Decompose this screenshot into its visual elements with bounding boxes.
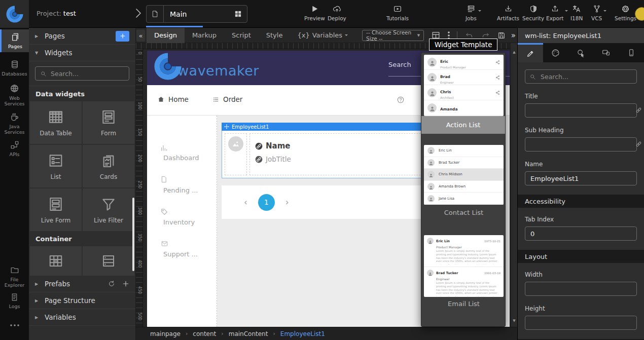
tabindex-input[interactable] [525,226,637,241]
vcs-button[interactable]: VCS [591,5,602,21]
canvas-scrollbar[interactable]: ▲ ▼ [510,43,517,327]
download-icon [504,5,513,13]
preview-button[interactable]: Preview [304,5,325,21]
collapse-panel-button[interactable]: « [136,29,145,42]
side-nav-support[interactable]: Support ... [163,250,198,258]
pages-section-header[interactable]: ▶ Pages [29,28,135,45]
add-prefab-icon[interactable] [122,280,129,287]
side-nav-pending[interactable]: Pending ... [163,186,198,194]
subheading-input[interactable] [525,137,637,152]
page-tab-main[interactable]: Main [146,5,247,23]
bind-property-icon[interactable] [635,140,642,148]
section-accessibility[interactable]: Accessibility [518,195,644,208]
scroll-down-icon[interactable]: ▼ [511,319,518,323]
tab-properties[interactable] [518,43,543,62]
breadcrumb-mainpage[interactable]: mainpage [150,330,181,337]
breadcrumb-employeelist1[interactable]: EmployeeList1 [280,330,325,337]
panel-scrollbar-thumb[interactable] [132,198,134,271]
widget-tile-form[interactable]: Form [83,101,134,144]
page-side-nav: Dashboard Pending ... Inventory Support … [147,116,217,327]
save-button[interactable] [497,31,506,40]
properties-search-input[interactable] [525,69,637,84]
tab-design[interactable]: Design [147,28,185,43]
prefabs-section-header[interactable]: ▶ Prefabs [29,276,135,292]
rail-item-web-services[interactable]: Web Services [0,81,29,110]
page-search-label[interactable]: Search [388,61,411,68]
add-page-button[interactable] [116,31,129,42]
widget-tile-cards[interactable]: Cards [83,145,134,187]
list-image-cell[interactable] [225,133,247,175]
jobtitle-field[interactable]: JobTitle [266,155,291,163]
bind-property-icon[interactable] [635,106,642,114]
help-icon[interactable] [397,96,405,104]
undo-button[interactable] [465,31,474,39]
rail-item-file-explorer[interactable]: File Explorer [0,262,29,291]
chevron-right-icon[interactable] [135,8,142,19]
security-button[interactable]: Security [522,5,544,21]
tab-markup[interactable]: Markup [185,28,224,43]
i18n-button[interactable]: I18N [570,5,583,21]
tutorials-button[interactable]: Tutorials [386,5,409,21]
tab-styles[interactable] [543,43,568,62]
refresh-icon[interactable] [108,280,115,287]
avatar [427,183,435,190]
tab-devices[interactable] [593,43,619,62]
template-contact-list[interactable]: Eric Lin Brad Tucker Chris Mildson Amand… [424,145,504,205]
widget-tile-live-filter[interactable]: Live Filter [83,188,134,231]
template-action-list[interactable]: EricProduct Manager BradEngineer ChrisAr… [424,55,504,116]
template-label-action-list[interactable]: Action List [421,116,505,134]
breadcrumb-content[interactable]: content [193,330,216,337]
tab-mobile[interactable] [619,43,644,62]
width-input[interactable] [525,282,637,296]
tab-script[interactable]: Script [224,28,259,43]
rail-item-java-services[interactable]: Java Services [0,109,29,138]
page-structure-section-header[interactable]: ▶ Page Structure [29,292,135,309]
side-nav-inventory[interactable]: Inventory [163,218,195,226]
breadcrumb-maincontent[interactable]: mainContent [229,330,268,337]
page-brand[interactable]: wavemaker [153,52,259,81]
widget-tile-list[interactable]: List [30,145,82,187]
nav-order[interactable]: Order [212,95,242,103]
tab-style[interactable]: Style [259,28,291,43]
pager-next-icon[interactable]: › [285,197,289,207]
deploy-button[interactable]: Deploy [328,5,346,21]
widgets-section-header[interactable]: ▼ Widgets [29,45,135,61]
tab-variables[interactable]: {x} Variables [290,31,355,39]
widget-tile-panel[interactable] [83,246,134,276]
artifacts-button[interactable]: Artifacts [497,5,519,21]
ellipsis-icon [10,324,20,327]
widget-tile-live-form[interactable]: Live Form [30,188,82,231]
jobs-button[interactable]: Jobs [466,5,477,21]
screen-size-select[interactable]: -- Choose Screen Size -- ▼ [362,30,424,41]
redo-button[interactable] [481,31,490,39]
template-label-contact-list[interactable]: Contact List [421,209,506,216]
scroll-up-icon[interactable]: ▲ [511,50,518,54]
height-input[interactable] [525,316,637,330]
export-button[interactable]: Export [546,5,563,21]
layout-grid-icon[interactable] [234,10,242,18]
tab-events[interactable] [568,43,594,62]
template-email-list[interactable]: Eric Lin 1973-10-21 Product Manager Lore… [424,235,504,297]
template-label-email-list[interactable]: Email List [421,300,506,308]
rail-item-apis[interactable]: APIs [0,137,29,160]
name-input[interactable] [525,171,637,185]
widget-tile-data-table[interactable]: Data Table [30,101,82,144]
title-input[interactable] [525,103,637,118]
variables-section-header[interactable]: ▶ Variables [29,309,135,326]
settings-button[interactable]: Settings [615,5,636,21]
rail-item-pages[interactable]: Pages [0,29,29,52]
pager-prev-icon[interactable]: ‹ [244,197,247,207]
rail-item-databases[interactable]: Databases [0,57,29,80]
pager-page-number[interactable]: 1 [258,194,275,211]
side-nav-dashboard[interactable]: Dashboard [163,154,199,162]
widget-search-input[interactable] [35,66,129,81]
widget-tile-grid-layout[interactable] [30,246,82,276]
expand-panel-button[interactable]: » [511,31,516,40]
rail-item-logs[interactable]: Logs [0,290,29,312]
rail-more-button[interactable] [0,321,29,330]
name-field[interactable]: Name [266,141,290,150]
avatar [427,58,437,67]
wavemaker-logo[interactable] [0,0,29,28]
section-layout[interactable]: Layout [518,250,644,263]
nav-home[interactable]: Home [157,95,189,103]
